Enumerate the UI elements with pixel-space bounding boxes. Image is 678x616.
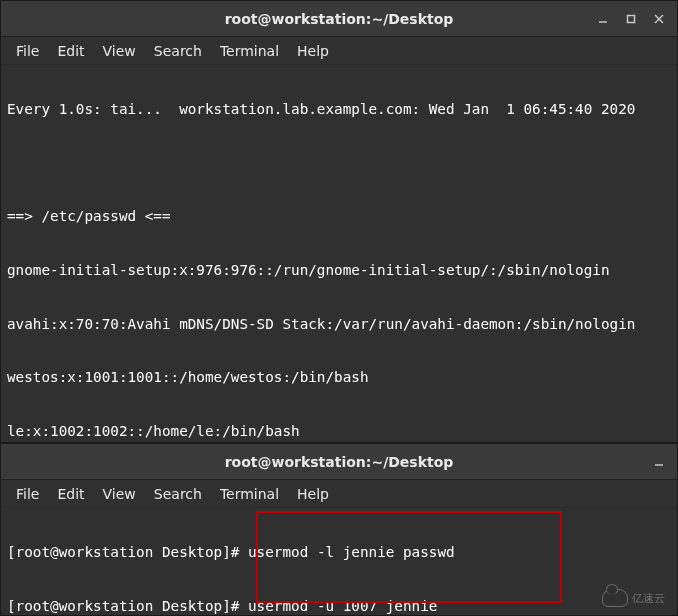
menu-edit[interactable]: Edit [48,483,93,505]
terminal-window-top: root@workstation:~/Desktop File Edit Vie… [0,0,678,443]
window-title: root@workstation:~/Desktop [225,454,454,470]
output-line: ==> /etc/passwd <== [7,208,671,226]
menu-search[interactable]: Search [145,40,211,62]
terminal-output[interactable]: [root@workstation Desktop]# usermod -l j… [1,508,677,616]
command: usermod -l jennie passwd [248,544,455,560]
window-title: root@workstation:~/Desktop [225,11,454,27]
watermark: 亿速云 [602,584,674,612]
output-line: le:x:1002:1002::/home/le:/bin/bash [7,423,671,441]
minimize-button[interactable] [589,5,617,33]
svg-rect-1 [628,16,635,23]
menu-bar: File Edit View Search Terminal Help [1,480,677,508]
maximize-button[interactable] [617,5,645,33]
menu-file[interactable]: File [7,483,48,505]
output-line: westos:x:1001:1001::/home/westos:/bin/ba… [7,369,671,387]
prompt: [root@workstation Desktop]# [7,598,248,614]
menu-search[interactable]: Search [145,483,211,505]
title-bar[interactable]: root@workstation:~/Desktop [1,1,677,37]
output-line: gnome-initial-setup:x:976:976::/run/gnom… [7,262,671,280]
output-line: avahi:x:70:70:Avahi mDNS/DNS-SD Stack:/v… [7,316,671,334]
output-line: Every 1.0s: tai... workstation.lab.examp… [7,101,671,119]
prompt-line: [root@workstation Desktop]# usermod -u 1… [7,598,671,616]
title-bar[interactable]: root@workstation:~/Desktop [1,444,677,480]
terminal-window-bottom: root@workstation:~/Desktop File Edit Vie… [0,443,678,616]
watermark-text: 亿速云 [632,591,665,606]
minimize-button[interactable] [645,448,673,476]
menu-terminal[interactable]: Terminal [211,40,288,62]
menu-view[interactable]: View [94,483,145,505]
menu-bar: File Edit View Search Terminal Help [1,37,677,65]
window-controls [645,448,673,476]
menu-terminal[interactable]: Terminal [211,483,288,505]
menu-help[interactable]: Help [288,483,338,505]
menu-edit[interactable]: Edit [48,40,93,62]
command: usermod -u 1007 jennie [248,598,437,614]
menu-help[interactable]: Help [288,40,338,62]
menu-file[interactable]: File [7,40,48,62]
cloud-icon [602,589,628,607]
menu-view[interactable]: View [94,40,145,62]
output-line [7,155,671,173]
prompt: [root@workstation Desktop]# [7,544,248,560]
close-button[interactable] [645,5,673,33]
window-controls [589,5,673,33]
prompt-line: [root@workstation Desktop]# usermod -l j… [7,544,671,562]
